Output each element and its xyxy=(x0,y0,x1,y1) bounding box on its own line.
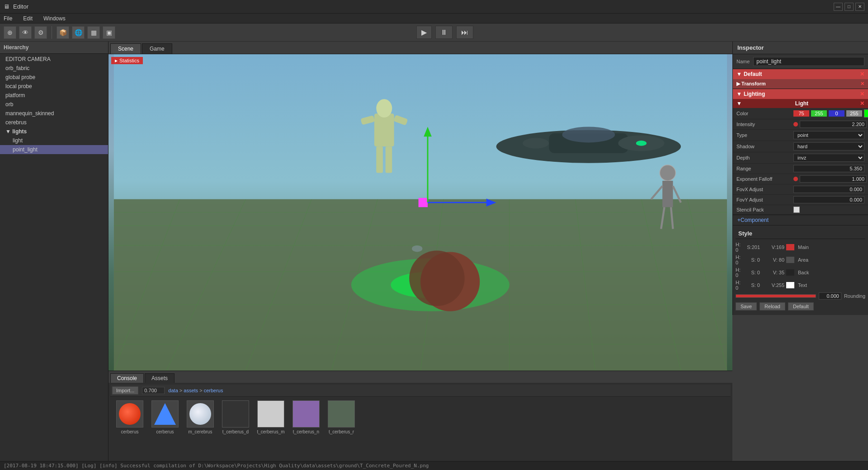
minimize-button[interactable]: — xyxy=(834,3,843,11)
range-input[interactable] xyxy=(793,165,864,172)
rounding-label: Rounding xyxy=(844,293,865,299)
exponent-label: Exponent Falloff xyxy=(736,176,791,182)
hierarchy-item[interactable]: mannequin_skinned xyxy=(0,109,108,118)
tool-select[interactable]: ⊕ xyxy=(4,26,16,39)
tool-move[interactable]: 👁 xyxy=(19,26,32,39)
hierarchy-item[interactable]: orb_fabric xyxy=(0,64,108,73)
light-sub-close[interactable]: ✕ xyxy=(860,100,864,107)
hierarchy-item[interactable]: ▼ lights xyxy=(0,127,108,136)
fovy-input[interactable] xyxy=(793,196,864,203)
tool-rotate[interactable]: ⚙ xyxy=(34,26,47,39)
asset-item[interactable]: t_cerberus_r xyxy=(326,400,357,434)
asset-item[interactable]: t_cerberus_n xyxy=(290,400,322,434)
name-label: Name xyxy=(736,59,750,64)
tool-global[interactable]: 🌐 xyxy=(72,26,85,39)
type-label: Type xyxy=(736,132,791,138)
rounding-row: Rounding xyxy=(736,291,865,301)
style-color-back[interactable] xyxy=(786,269,794,276)
fovx-input[interactable] xyxy=(793,186,864,193)
svg-rect-28 xyxy=(376,146,383,173)
statistics-button[interactable]: ▶ Statistics xyxy=(111,57,143,64)
import-button[interactable]: Import... xyxy=(112,386,138,395)
stencil-row: Stencil Pack xyxy=(733,205,868,215)
transform-close-icon[interactable]: ✕ xyxy=(860,81,864,87)
tab-game[interactable]: Game xyxy=(142,43,172,54)
asset-label: t_cerberus_d xyxy=(222,429,249,434)
name-input[interactable] xyxy=(753,57,864,66)
fovx-row: FovX Adjust xyxy=(733,184,868,195)
color-swatch[interactable] xyxy=(864,109,868,118)
style-color-main[interactable] xyxy=(786,244,794,250)
exponent-row: Exponent Falloff xyxy=(733,174,868,184)
import-value[interactable] xyxy=(142,387,165,394)
breadcrumb: data > assets > cerberus xyxy=(168,388,223,393)
style-label-main: Main xyxy=(798,244,809,250)
bottom-panel: Console Assets Import... data > assets >… xyxy=(108,371,732,461)
fovy-row: FovY Adjust xyxy=(733,195,868,205)
svg-rect-41 xyxy=(662,181,673,207)
asset-label: m_cerebrus xyxy=(189,429,212,434)
style-color-area[interactable] xyxy=(786,257,794,263)
asset-item[interactable]: m_cerebrus xyxy=(184,400,216,434)
color-b-input[interactable]: 0 xyxy=(829,110,844,117)
color-r-input[interactable]: 75 xyxy=(793,110,809,117)
transform-section-header[interactable]: ▶ Transform ✕ xyxy=(733,79,868,89)
menu-edit[interactable]: Edit xyxy=(21,14,34,23)
light-sub-label: Light xyxy=(795,100,808,107)
asset-item[interactable]: t_cerberus_m xyxy=(255,400,287,434)
skip-button[interactable]: ⏭ xyxy=(456,26,473,39)
hierarchy-item[interactable]: global probe xyxy=(0,73,108,82)
svg-point-25 xyxy=(376,99,392,118)
menu-windows[interactable]: Windows xyxy=(42,14,67,23)
play-button[interactable]: ▶ xyxy=(416,26,432,39)
color-a-input[interactable]: 255 xyxy=(846,110,862,117)
stencil-checkbox[interactable] xyxy=(793,207,800,213)
hierarchy-item[interactable]: platform xyxy=(0,91,108,100)
breadcrumb-data[interactable]: data xyxy=(168,388,178,393)
tab-console[interactable]: Console xyxy=(110,373,144,383)
hierarchy-item[interactable]: cerebrus xyxy=(0,118,108,127)
asset-label: cerberus xyxy=(121,429,139,434)
default-button[interactable]: Default xyxy=(788,302,814,310)
tool-obj[interactable]: 📦 xyxy=(57,26,69,39)
light-sub-header[interactable]: ▼ Light ✕ xyxy=(733,99,868,108)
save-button[interactable]: Save xyxy=(736,302,757,310)
svg-rect-29 xyxy=(386,146,392,173)
shadow-select[interactable]: hard soft none xyxy=(793,142,864,150)
rounding-input[interactable] xyxy=(819,292,841,300)
default-section-header[interactable]: ▼ Default ✕ xyxy=(733,69,868,79)
breadcrumb-cerberus[interactable]: cerberus xyxy=(204,388,223,393)
hierarchy-item[interactable]: point_light xyxy=(0,145,108,154)
depth-select[interactable]: invz linear xyxy=(793,154,864,162)
style-color-text[interactable] xyxy=(786,282,794,288)
asset-item[interactable]: cerberus xyxy=(149,400,181,434)
tool-grid[interactable]: ▦ xyxy=(87,26,100,39)
close-button[interactable]: ✕ xyxy=(855,3,864,11)
pause-button[interactable]: ⏸ xyxy=(435,26,453,39)
reload-button[interactable]: Reload xyxy=(760,302,785,310)
tab-scene[interactable]: Scene xyxy=(110,43,141,54)
add-component-button[interactable]: +Component xyxy=(733,215,868,225)
lighting-close-icon[interactable]: ✕ xyxy=(860,91,864,97)
breadcrumb-assets[interactable]: assets xyxy=(184,388,198,393)
maximize-button[interactable]: □ xyxy=(844,3,854,11)
intensity-input[interactable] xyxy=(800,121,867,128)
exponent-input[interactable] xyxy=(800,175,867,183)
asset-toolbar: Import... data > assets > cerberus xyxy=(110,385,731,397)
shadow-row: Shadow hard soft none xyxy=(733,141,868,152)
tab-assets[interactable]: Assets xyxy=(145,373,175,383)
tool-extra[interactable]: ▣ xyxy=(103,26,115,39)
hierarchy-item[interactable]: light xyxy=(0,136,108,145)
asset-item[interactable]: t_cerberus_d xyxy=(220,400,251,434)
hierarchy-item[interactable]: EDITOR CAMERA xyxy=(0,55,108,64)
hierarchy-item[interactable]: local probe xyxy=(0,82,108,91)
menu-file[interactable]: File xyxy=(2,14,14,23)
default-close-icon[interactable]: ✕ xyxy=(860,71,864,77)
type-select[interactable]: point directional spot xyxy=(793,131,864,139)
viewport[interactable]: ▶ Statistics xyxy=(108,54,732,371)
hierarchy-item[interactable]: orb xyxy=(0,100,108,109)
default-section: ▼ Default ✕ ▶ Transform ✕ xyxy=(733,69,868,89)
asset-item[interactable]: cerberus xyxy=(114,400,146,434)
lighting-section-header[interactable]: ▼ Lighting ✕ xyxy=(733,89,868,99)
color-g-input[interactable]: 255 xyxy=(811,110,827,117)
